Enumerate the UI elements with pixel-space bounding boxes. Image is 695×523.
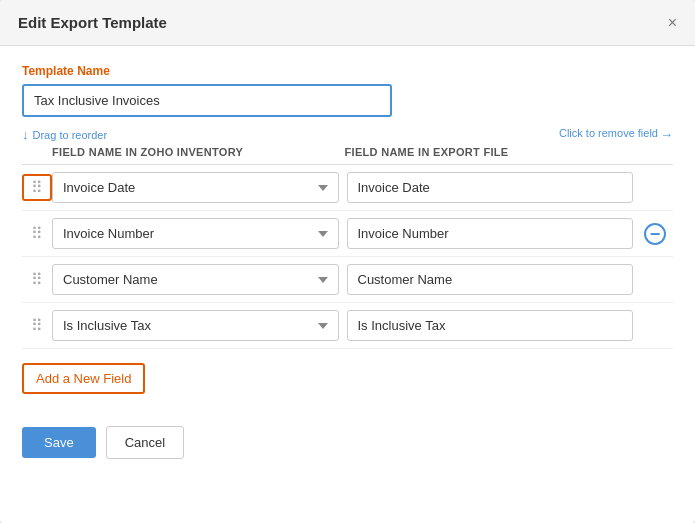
- drag-hint-text: Drag to reorder: [33, 129, 108, 141]
- field-row: ⠿ Invoice Date: [22, 165, 673, 211]
- cancel-button[interactable]: Cancel: [106, 426, 184, 459]
- field-export-input-inclusive-tax[interactable]: [347, 310, 634, 341]
- field-select-customer-name[interactable]: Customer Name: [52, 264, 339, 295]
- template-name-label: Template Name: [22, 64, 673, 78]
- col-header-export: FIELD NAME IN EXPORT FILE: [345, 146, 638, 158]
- field-input-wrap: [347, 264, 634, 295]
- drag-handle[interactable]: ⠿: [22, 316, 52, 335]
- drag-handle[interactable]: ⠿: [22, 224, 52, 243]
- field-row: ⠿ Invoice Number −: [22, 211, 673, 257]
- drag-handle[interactable]: ⠿: [22, 270, 52, 289]
- fields-table-header: FIELD NAME IN ZOHO INVENTORY FIELD NAME …: [22, 146, 673, 165]
- drag-arrow-down-icon: ↓: [22, 127, 29, 142]
- template-name-input[interactable]: [22, 84, 392, 117]
- field-select-wrap: Invoice Number: [52, 218, 339, 249]
- field-input-wrap: [347, 172, 634, 203]
- field-select-wrap: Customer Name: [52, 264, 339, 295]
- field-input-wrap: [347, 310, 634, 341]
- dialog-body: Template Name ↓ Drag to reorder Click to…: [0, 46, 695, 412]
- dialog-title: Edit Export Template: [18, 14, 167, 31]
- drag-dots-icon: ⠿: [31, 224, 43, 243]
- field-export-input-invoice-number[interactable]: [347, 218, 634, 249]
- field-select-wrap: Invoice Date: [52, 172, 339, 203]
- drag-dots-icon: ⠿: [31, 316, 43, 335]
- add-new-field-button[interactable]: Add a New Field: [22, 363, 145, 394]
- close-button[interactable]: ×: [668, 15, 677, 31]
- remove-field-btn-2[interactable]: −: [637, 223, 673, 245]
- field-row: ⠿ Is Inclusive Tax: [22, 303, 673, 349]
- field-input-wrap: [347, 218, 634, 249]
- col-header-inventory: FIELD NAME IN ZOHO INVENTORY: [52, 146, 345, 158]
- field-select-wrap: Is Inclusive Tax: [52, 310, 339, 341]
- field-export-input-customer-name[interactable]: [347, 264, 634, 295]
- drag-handle-highlighted[interactable]: ⠿: [22, 174, 52, 201]
- drag-dots-icon: ⠿: [31, 178, 43, 197]
- save-button[interactable]: Save: [22, 427, 96, 458]
- field-select-inclusive-tax[interactable]: Is Inclusive Tax: [52, 310, 339, 341]
- click-hint-arrow-icon: →: [660, 127, 673, 142]
- dialog-header: Edit Export Template ×: [0, 0, 695, 46]
- field-select-invoice-date[interactable]: Invoice Date: [52, 172, 339, 203]
- field-select-invoice-number[interactable]: Invoice Number: [52, 218, 339, 249]
- remove-icon[interactable]: −: [644, 223, 666, 245]
- click-hint-area: Click to remove field →: [559, 127, 673, 142]
- fields-table: FIELD NAME IN ZOHO INVENTORY FIELD NAME …: [22, 146, 673, 349]
- click-hint-text: Click to remove field: [559, 127, 658, 139]
- drag-dots-icon: ⠿: [31, 270, 43, 289]
- dialog-footer: Save Cancel: [0, 412, 695, 473]
- edit-export-template-dialog: Edit Export Template × Template Name ↓ D…: [0, 0, 695, 523]
- field-row: ⠿ Customer Name: [22, 257, 673, 303]
- field-export-input-invoice-date[interactable]: [347, 172, 634, 203]
